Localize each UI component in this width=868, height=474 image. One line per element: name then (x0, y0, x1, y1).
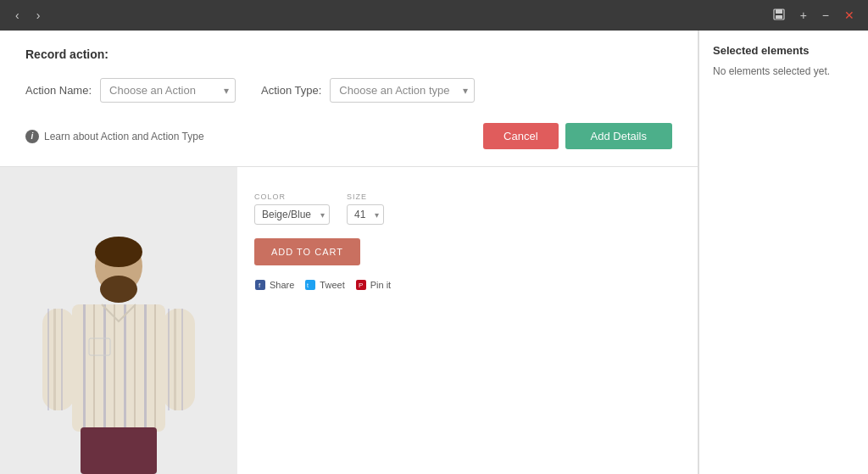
svg-rect-21 (174, 309, 176, 410)
cancel-button[interactable]: Cancel (483, 123, 558, 149)
svg-rect-15 (42, 309, 75, 410)
left-panel: Record action: Action Name: Choose an Ac… (0, 31, 698, 474)
record-action-title: Record action: (25, 47, 672, 61)
svg-point-4 (100, 276, 137, 303)
selected-elements-title: Selected elements (713, 44, 854, 57)
svg-rect-19 (163, 309, 195, 410)
svg-rect-16 (47, 309, 49, 410)
info-icon: i (25, 130, 39, 143)
website-content: COLOR Beige/Blue SIZE 41 (0, 167, 698, 474)
color-group: COLOR Beige/Blue (254, 192, 330, 225)
action-type-select[interactable]: Choose an Action type (330, 78, 475, 103)
share-twitter-link[interactable]: t Tweet (304, 279, 344, 291)
add-to-cart-button[interactable]: ADD TO CART (254, 238, 360, 265)
svg-rect-14 (154, 304, 156, 432)
toolbar-left: ‹ › (10, 7, 45, 24)
color-size-row: COLOR Beige/Blue SIZE 41 (254, 192, 681, 225)
color-label: COLOR (254, 192, 330, 201)
action-name-label: Action Name: (25, 84, 92, 97)
close-button[interactable]: ✕ (841, 7, 858, 24)
right-panel: Selected elements No elements selected y… (698, 31, 868, 474)
add-details-button[interactable]: Add Details (565, 123, 672, 149)
share-pinterest-link[interactable]: P Pin it (355, 279, 391, 291)
color-select-wrapper: Beige/Blue (254, 204, 330, 225)
action-type-select-wrapper: Choose an Action type (330, 78, 475, 103)
social-share: f Share t Tweet P Pin it (254, 279, 681, 291)
svg-rect-24 (81, 427, 157, 474)
svg-rect-20 (168, 309, 170, 410)
action-name-select[interactable]: Choose an Action (100, 78, 236, 103)
info-link[interactable]: i Learn about Action and Action Type (25, 130, 204, 143)
action-type-label: Action Type: (261, 84, 321, 97)
action-buttons: Cancel Add Details (483, 123, 672, 149)
size-label: SIZE (347, 192, 384, 201)
svg-rect-2 (776, 15, 782, 19)
svg-rect-6 (72, 304, 165, 432)
toolbar: ‹ › + − ✕ (0, 0, 868, 31)
svg-rect-1 (776, 9, 782, 14)
info-link-text: Learn about Action and Action Type (44, 131, 204, 142)
main-layout: Record action: Action Name: Choose an Ac… (0, 31, 868, 474)
facebook-icon: f (254, 279, 266, 291)
share-facebook-link[interactable]: f Share (254, 279, 294, 291)
svg-point-5 (95, 237, 142, 267)
svg-rect-17 (53, 309, 56, 410)
action-type-group: Action Type: Choose an Action type (261, 78, 475, 103)
nav-back-button[interactable]: ‹ (10, 7, 25, 24)
twitter-icon: t (304, 279, 316, 291)
size-select-wrapper: 41 (347, 204, 384, 225)
svg-rect-7 (83, 304, 86, 432)
share-label: Share (270, 280, 294, 290)
svg-rect-11 (124, 304, 126, 432)
svg-rect-12 (134, 304, 136, 432)
save-button[interactable] (770, 7, 788, 25)
size-select[interactable]: 41 (347, 204, 384, 225)
action-fields: Action Name: Choose an Action Action Typ… (25, 78, 672, 103)
size-group: SIZE 41 (347, 192, 384, 225)
action-footer: i Learn about Action and Action Type Can… (25, 123, 672, 149)
pinterest-icon: P (355, 279, 367, 291)
svg-rect-18 (61, 309, 63, 410)
toolbar-right: + − ✕ (770, 7, 858, 25)
svg-rect-9 (103, 304, 106, 432)
nav-forward-button[interactable]: › (31, 7, 46, 24)
add-icon-button[interactable]: + (797, 7, 810, 24)
action-name-select-wrapper: Choose an Action (100, 78, 236, 103)
product-details-area: COLOR Beige/Blue SIZE 41 (237, 167, 698, 474)
svg-text:t: t (307, 282, 309, 288)
svg-rect-10 (114, 304, 115, 432)
record-action-section: Record action: Action Name: Choose an Ac… (0, 31, 698, 167)
product-image-svg (25, 228, 212, 474)
svg-rect-22 (181, 309, 183, 410)
minimize-button[interactable]: − (819, 7, 832, 24)
selected-elements-empty: No elements selected yet. (713, 65, 854, 77)
color-select[interactable]: Beige/Blue (254, 204, 330, 225)
svg-rect-8 (93, 304, 95, 432)
product-image-area (0, 167, 237, 474)
svg-rect-13 (144, 304, 147, 432)
tweet-label: Tweet (320, 280, 344, 290)
pin-label: Pin it (370, 280, 391, 290)
svg-text:P: P (359, 282, 363, 289)
action-name-group: Action Name: Choose an Action (25, 78, 236, 103)
